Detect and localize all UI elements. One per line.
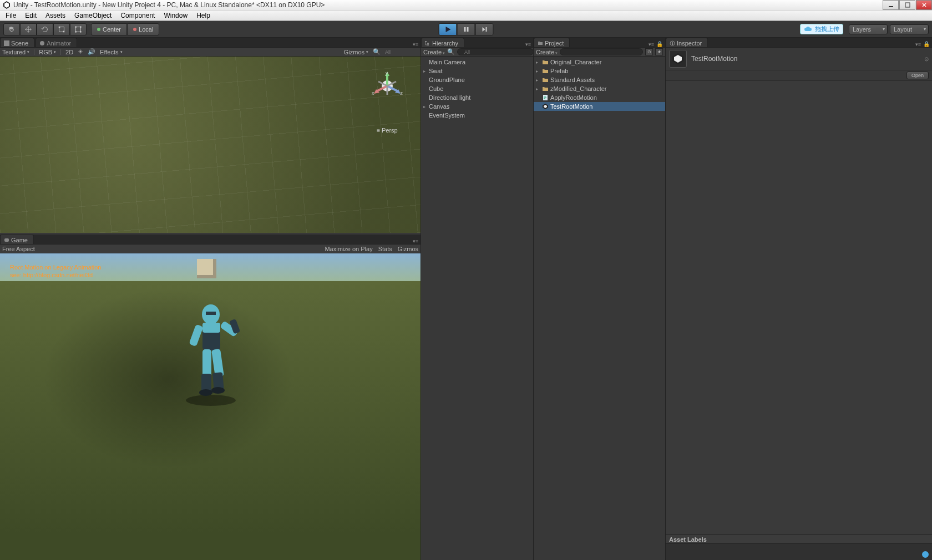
menu-gameobject[interactable]: GameObject — [70, 11, 116, 21]
scene-shading-dropdown[interactable]: Textured — [2, 49, 29, 55]
scene-2d-toggle[interactable]: 2D — [65, 49, 73, 55]
svg-marker-14 — [445, 27, 450, 32]
expand-arrow-icon[interactable]: ▸ — [536, 86, 541, 91]
pivot-local-toggle[interactable]: Local — [127, 23, 159, 35]
window-close-button[interactable] — [916, 0, 932, 10]
hierarchy-item[interactable]: Main Camera — [421, 58, 533, 67]
tab-scene[interactable]: Scene — [0, 38, 34, 47]
scene-gizmos-dropdown[interactable]: Gizmos — [344, 49, 368, 55]
menu-component[interactable]: Component — [116, 11, 159, 21]
project-item[interactable]: ▸Original_Character — [534, 58, 665, 67]
game-cube-object — [197, 259, 216, 278]
pause-button[interactable] — [457, 23, 475, 35]
expand-arrow-icon[interactable]: ▸ — [423, 69, 429, 74]
hierarchy-panel-menu-icon[interactable]: ▾≡ — [525, 42, 531, 47]
hierarchy-search-input[interactable] — [457, 48, 534, 55]
project-lock-icon[interactable]: 🔒 — [656, 41, 663, 47]
svg-rect-56 — [672, 42, 673, 43]
scale-tool-button[interactable] — [53, 23, 70, 35]
asset-labels-section: Asset Labels — [666, 534, 932, 543]
axis-z-label: z — [401, 90, 403, 96]
project-filter-button-2[interactable]: ★ — [655, 48, 663, 55]
project-filter-button-1[interactable]: ⊙ — [645, 48, 653, 55]
window-maximize-button[interactable] — [899, 0, 915, 10]
project-tree: ▸Original_Character▸Prefab▸Standard Asse… — [534, 57, 665, 560]
expand-arrow-icon[interactable]: ▸ — [536, 69, 541, 74]
expand-arrow-icon[interactable]: ▸ — [536, 60, 541, 65]
hierarchy-item[interactable]: EventSystem — [421, 111, 533, 120]
tab-game[interactable]: Game — [0, 235, 34, 244]
project-item[interactable]: ApplyRootMotion — [534, 93, 665, 102]
game-maximize-toggle[interactable]: Maximize on Play — [325, 246, 372, 252]
project-item[interactable]: ▸Prefab — [534, 67, 665, 75]
project-item[interactable]: ▸Standard Assets — [534, 75, 665, 84]
scene-panel-menu-icon[interactable]: ▾≡ — [413, 42, 418, 47]
inspector-preview-area[interactable] — [666, 543, 932, 560]
menu-assets[interactable]: Assets — [41, 11, 70, 21]
menu-edit[interactable]: Edit — [21, 11, 41, 21]
project-search-input[interactable] — [560, 48, 643, 55]
menu-file[interactable]: File — [1, 11, 21, 21]
hierarchy-item-label: EventSystem — [429, 112, 465, 119]
inspector-body — [666, 81, 932, 534]
expand-arrow-icon[interactable]: ▸ — [423, 104, 429, 109]
game-gizmos-dropdown[interactable]: Gizmos — [398, 246, 418, 252]
rotate-tool-button[interactable] — [37, 23, 53, 35]
layout-dropdown[interactable]: Layout — [890, 24, 929, 34]
project-create-dropdown[interactable]: Create — [536, 49, 558, 55]
scene-search-input[interactable] — [385, 49, 418, 55]
inspector-header: TestRootMotion ⊙ — [666, 48, 932, 70]
hierarchy-item[interactable]: GroundPlane — [421, 75, 533, 84]
window-minimize-button[interactable] — [883, 0, 899, 10]
game-aspect-dropdown[interactable]: Free Aspect — [2, 246, 35, 252]
tab-project[interactable]: Project — [534, 38, 570, 47]
inspector-panel-menu-icon[interactable]: ▾≡ — [915, 42, 921, 47]
project-item-label: Original_Character — [550, 59, 601, 65]
cloud-upload-badge[interactable]: 拖拽上传 — [800, 24, 843, 34]
scene-panel-tabs: Scene Animator ▾≡ — [0, 38, 421, 48]
hierarchy-create-dropdown[interactable]: Create — [423, 49, 445, 55]
rect-tool-button[interactable] — [70, 23, 87, 35]
game-panel-menu-icon[interactable]: ▾≡ — [413, 238, 418, 244]
hierarchy-item[interactable]: Cube — [421, 84, 533, 93]
scene-audio-toggle-icon[interactable]: 🔊 — [88, 48, 95, 55]
move-tool-button[interactable] — [20, 23, 37, 35]
svg-rect-31 — [4, 238, 9, 242]
menu-help[interactable]: Help — [192, 11, 215, 21]
hand-tool-button[interactable] — [3, 23, 20, 35]
tab-animator[interactable]: Animator — [36, 38, 77, 47]
svg-rect-9 — [76, 27, 81, 32]
svg-rect-46 — [425, 41, 427, 42]
game-view[interactable]: Root Motion on Legacy Animation see: htt… — [0, 253, 421, 560]
hierarchy-tree: Main Camera▸SwatGroundPlaneCubeDirection… — [421, 57, 533, 560]
scene-view[interactable]: y x z ≡ Persp — [0, 57, 421, 233]
hierarchy-item[interactable]: ▸Canvas — [421, 102, 533, 111]
game-stats-toggle[interactable]: Stats — [378, 246, 392, 252]
scene-rendermode-dropdown[interactable]: RGB — [39, 49, 56, 55]
inspector-icon — [670, 40, 675, 46]
svg-point-11 — [80, 26, 82, 28]
inspector-open-button[interactable]: Open — [906, 72, 929, 79]
scene-orientation-gizmo[interactable]: y x z ≡ Persp — [371, 70, 404, 109]
step-button[interactable] — [475, 23, 494, 35]
project-panel-menu-icon[interactable]: ▾≡ — [649, 42, 654, 47]
scene-light-toggle-icon[interactable]: ☀ — [78, 48, 83, 55]
tab-inspector[interactable]: Inspector — [666, 38, 708, 47]
pivot-center-toggle[interactable]: Center — [91, 23, 127, 35]
asset-label-add-icon[interactable] — [922, 551, 929, 558]
inspector-lock-icon[interactable]: 🔒 — [923, 41, 930, 47]
hierarchy-item[interactable]: ▸Swat — [421, 67, 533, 75]
svg-rect-51 — [544, 97, 546, 98]
scene-effects-dropdown[interactable]: Effects — [100, 49, 122, 55]
play-button[interactable] — [439, 23, 457, 35]
layers-dropdown[interactable]: Layers — [849, 24, 888, 34]
hierarchy-item[interactable]: Directional light — [421, 93, 533, 102]
inspector-reference-icon[interactable]: ⊙ — [924, 56, 929, 62]
project-item[interactable]: TestRootMotion — [534, 102, 665, 111]
project-item[interactable]: ▸zModified_Character — [534, 84, 665, 93]
tab-hierarchy[interactable]: Hierarchy — [421, 38, 464, 47]
hierarchy-item-label: Swat — [429, 68, 442, 74]
expand-arrow-icon[interactable]: ▸ — [536, 78, 541, 83]
menu-window[interactable]: Window — [159, 11, 192, 21]
scene-persp-label[interactable]: ≡ Persp — [371, 127, 404, 134]
